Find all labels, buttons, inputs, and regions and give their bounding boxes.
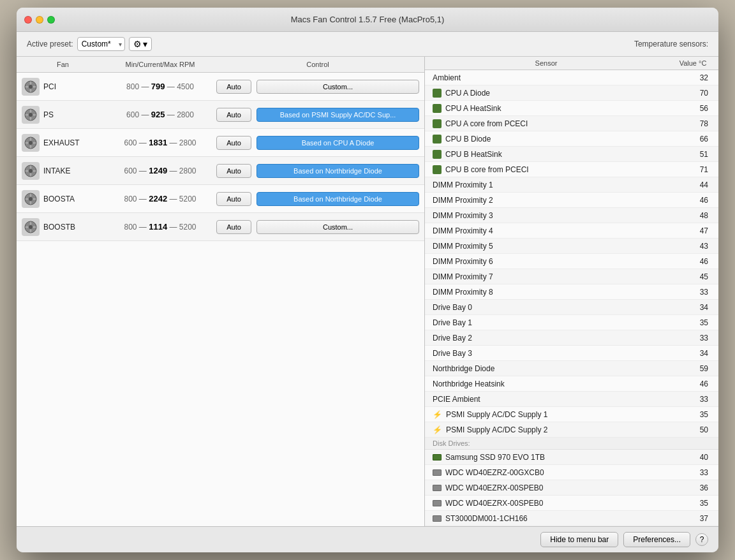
sensor-name: CPU A Diode	[425, 87, 667, 99]
maximize-button[interactable]	[47, 16, 55, 24]
sensor-row: Ambient 32	[425, 70, 718, 85]
sensor-panel: Sensor Value °C Ambient 32 CPU A Diode	[425, 57, 718, 526]
fan-sensor-button[interactable]: Based on Northbridge Diode	[256, 192, 419, 206]
sensor-name: ⚡ PSMI Supply AC/DC Supply 1	[425, 409, 667, 420]
hdd-icon	[433, 500, 442, 506]
preset-select[interactable]: Custom*	[77, 37, 125, 51]
fan-control-cell: Auto Custom...	[211, 217, 424, 237]
sensor-label: PSMI Supply AC/DC Supply 1	[446, 410, 547, 419]
sensor-name: DIMM Proximity 5	[425, 240, 667, 252]
sensor-row: WDC WD40EZRX-00SPEB0 36	[425, 480, 718, 496]
sensor-row: Drive Bay 3 34	[425, 346, 718, 361]
cpu-icon	[433, 150, 442, 159]
sensor-row: DIMM Proximity 4 47	[425, 223, 718, 239]
sensor-row: CPU B Diode 66	[425, 131, 718, 147]
sensor-label: DIMM Proximity 8	[433, 288, 493, 297]
cpu-icon	[433, 104, 442, 113]
fan-rpm-max: — 4500	[165, 82, 194, 91]
fan-rpm-max: — 5200	[167, 223, 196, 232]
preset-label: Active preset:	[27, 40, 73, 48]
sensor-name: DIMM Proximity 3	[425, 210, 667, 221]
sensor-value: 35	[667, 409, 718, 420]
fan-rpm-max: — 2800	[165, 110, 194, 119]
fan-control-cell: Auto Based on Northbridge Diode	[211, 189, 424, 209]
minimize-button[interactable]	[36, 16, 43, 24]
sensor-label: PCIE Ambient	[433, 395, 480, 404]
sensor-value: 46	[667, 256, 718, 267]
fan-sensor-button[interactable]: Based on CPU A Diode	[256, 136, 419, 150]
sensor-name: Samsung SSD 970 EVO 1TB	[425, 452, 667, 463]
preferences-button[interactable]: Preferences...	[623, 532, 690, 547]
gear-button[interactable]: ⚙ ▾	[129, 37, 152, 51]
fan-sensor-button[interactable]: Based on Northbridge Diode	[256, 164, 419, 178]
sensor-name: DIMM Proximity 8	[425, 286, 667, 298]
sensor-name: DIMM Proximity 6	[425, 256, 667, 267]
fan-auto-button[interactable]: Auto	[216, 164, 251, 178]
hide-to-menu-bar-button[interactable]: Hide to menu bar	[540, 532, 618, 547]
help-button[interactable]: ?	[695, 533, 708, 546]
svg-point-3	[29, 113, 33, 117]
window-title: Macs Fan Control 1.5.7 Free (MacPro5,1)	[291, 15, 445, 24]
sensor-name: WDC WD40EZRX-00SPEB0	[425, 482, 667, 494]
fan-auto-button[interactable]: Auto	[216, 108, 251, 122]
fan-svg-icon	[24, 80, 38, 94]
sensor-value: 50	[667, 424, 718, 436]
fan-control-cell: Auto Based on PSMI Supply AC/DC Sup...	[211, 105, 424, 124]
ssd-icon	[433, 454, 442, 461]
fan-svg-icon	[24, 192, 38, 206]
fan-name-label: PS	[43, 110, 54, 119]
fan-custom-button[interactable]: Custom...	[256, 80, 419, 94]
fan-name-label: INTAKE	[43, 166, 70, 175]
main-window: Macs Fan Control 1.5.7 Free (MacPro5,1) …	[17, 8, 718, 552]
sensor-value: 33	[667, 332, 718, 344]
sensor-value: 34	[667, 348, 718, 359]
sensor-row: Drive Bay 2 33	[425, 330, 718, 346]
sensor-label: DIMM Proximity 5	[433, 242, 493, 251]
sensor-value: 36	[667, 482, 718, 494]
cpu-icon	[433, 119, 442, 128]
sensor-label: WDC WD40EZRZ-00GXCB0	[445, 468, 544, 477]
fan-rpm-cell: 600 — 1831 — 2800	[109, 135, 211, 150]
fan-control-cell: Auto Based on Northbridge Diode	[211, 161, 424, 181]
fan-table-header: Fan Min/Current/Max RPM Control	[17, 57, 424, 73]
fan-icon-boosta	[22, 190, 40, 208]
fan-row: BOOSTA 800 — 2242 — 5200 Auto Based on N…	[17, 185, 424, 213]
fan-auto-button[interactable]: Auto	[216, 220, 251, 234]
fan-auto-button[interactable]: Auto	[216, 80, 251, 94]
fan-sensor-button[interactable]: Based on PSMI Supply AC/DC Sup...	[256, 108, 419, 122]
sensor-row: ⚡ PSMI Supply AC/DC Supply 1 35	[425, 407, 718, 422]
fan-rpm-min: 600 —	[126, 110, 151, 119]
sensor-label: DIMM Proximity 3	[433, 211, 493, 220]
sensor-row: ⚡ PSMI Supply AC/DC Supply 2 50	[425, 422, 718, 438]
fan-rpm-cell: 800 — 1114 — 5200	[109, 219, 211, 234]
sensor-rows: Ambient 32 CPU A Diode 70 CPU A	[425, 70, 718, 526]
sensor-label: ST3000DM001-1CH166	[445, 514, 528, 523]
fan-rpm-max: — 2800	[167, 166, 196, 175]
toolbar: Active preset: Custom* ⚙ ▾ Temperature s…	[17, 32, 718, 57]
disk-drives-section-label: Disk Drives:	[425, 438, 718, 450]
sensor-label: Drive Bay 2	[433, 334, 472, 343]
sensor-value: 66	[667, 133, 718, 145]
sensor-label: CPU B HeatSink	[445, 150, 502, 159]
fan-svg-icon	[24, 136, 38, 150]
sensor-row: DIMM Proximity 5 43	[425, 239, 718, 254]
sensor-name: CPU B core from PCECI	[425, 164, 667, 175]
sensor-value: 46	[667, 378, 718, 390]
fan-rpm-current: 925	[151, 110, 165, 119]
sensor-row: PCIE Ambient 33	[425, 392, 718, 407]
fan-custom-button[interactable]: Custom...	[256, 220, 419, 234]
sensor-row: Northbridge Diode 59	[425, 361, 718, 376]
sensor-name: Drive Bay 1	[425, 317, 667, 328]
fan-auto-button[interactable]: Auto	[216, 192, 251, 206]
hdd-icon	[433, 469, 442, 476]
fan-rpm-cell: 800 — 2242 — 5200	[109, 191, 211, 206]
fan-row: BOOSTB 800 — 1114 — 5200 Auto Custom...	[17, 213, 424, 241]
close-button[interactable]	[24, 16, 32, 24]
fan-auto-button[interactable]: Auto	[216, 136, 251, 150]
fan-row: INTAKE 600 — 1249 — 2800 Auto Based on N…	[17, 157, 424, 185]
sensor-value: 33	[667, 286, 718, 298]
toolbar-left: Active preset: Custom* ⚙ ▾	[27, 37, 152, 51]
sensor-label: Drive Bay 0	[433, 303, 472, 312]
preset-select-wrapper[interactable]: Custom*	[77, 37, 125, 51]
sensor-label: CPU A HeatSink	[445, 104, 501, 113]
